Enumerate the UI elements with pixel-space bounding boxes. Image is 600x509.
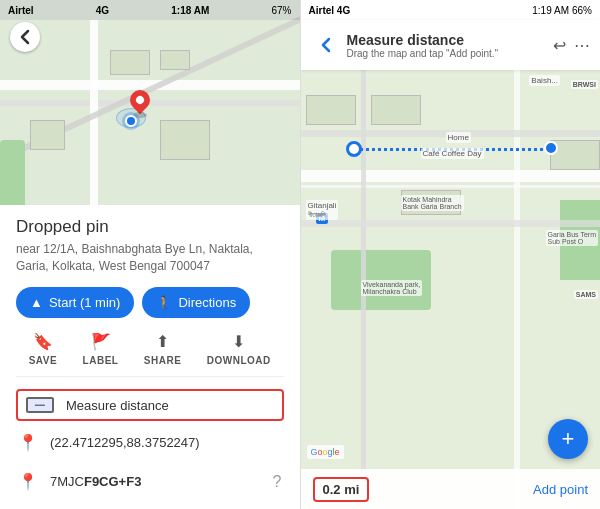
pluscode-text: 7MJCF9CG+F3 [50, 474, 141, 489]
dropped-pin-title: Dropped pin [16, 217, 284, 237]
measure-title: Measure distance [347, 32, 554, 48]
left-panel: Airtel 4G 1:18 AM 67% [0, 0, 300, 509]
status-bar-right: Airtel 4G 1:19 AM 66% [301, 0, 601, 20]
time-left: 1:18 AM [171, 5, 209, 16]
sams-label: SAMS [574, 290, 598, 299]
top-bar-right: Measure distance Drag the map and tap "A… [301, 20, 601, 70]
coordinates-item[interactable]: 📍 (22.4712295,88.3752247) [16, 423, 284, 462]
battery-left: 67% [271, 5, 291, 16]
bank-label: Kotak MahindraBank Garia Branch [401, 195, 464, 211]
add-point-button[interactable]: Add point [533, 482, 588, 497]
blue-dot-inner [125, 115, 137, 127]
pluscode-prefix: 7MJC [50, 474, 84, 489]
back-button-right[interactable] [311, 30, 341, 60]
flag-icon: 🚩 [91, 332, 111, 351]
blue-location-dot [125, 115, 139, 129]
network-right: 4G [337, 5, 350, 16]
measure-subtitle: Drag the map and tap "Add point." [347, 48, 554, 59]
pin-shape [130, 90, 150, 114]
bldg-2 [306, 95, 356, 125]
start-button[interactable]: ▲ Start (1 min) [16, 287, 134, 318]
coordinates-text: (22.4712295,88.3752247) [50, 435, 200, 450]
status-bar-left: Airtel 4G 1:18 AM 67% [0, 0, 300, 20]
start-label: Start (1 min) [49, 295, 121, 310]
bus-label: Garia Bus TermSub Post O [546, 230, 599, 246]
download-action[interactable]: ⬇ DOWNLOAD [207, 332, 271, 366]
share-icon: ⬆ [156, 332, 169, 351]
distance-badge: 0.2 mi [313, 477, 370, 502]
location-icon-coords: 📍 [18, 433, 38, 452]
pin-dot [134, 94, 145, 105]
pluscode-suffix: F9CG+F3 [84, 474, 141, 489]
location-icon-code: 📍 [18, 472, 38, 491]
road-line [301, 185, 601, 188]
right-panel: Airtel 4G 1:19 AM 66% Measure distance D… [301, 0, 601, 509]
home-label: Home [446, 132, 471, 143]
ruler-icon: ━━ [26, 397, 54, 413]
horiz-road-3 [301, 220, 601, 227]
menu-items: ━━ Measure distance 📍 (22.4712295,88.375… [16, 389, 284, 501]
gitanjali-label: Gitanjaliগীতাঞ্জলি [306, 200, 339, 220]
battery-right: 66% [572, 5, 592, 16]
back-button-left[interactable] [10, 22, 40, 52]
save-label: SAVE [29, 355, 58, 366]
top-bar-content: Measure distance Drag the map and tap "A… [341, 32, 554, 59]
time-right: 1:19 AM [532, 5, 569, 16]
car-icon: ▲ [30, 295, 43, 310]
undo-icon[interactable]: ↩ [553, 36, 566, 55]
park-1 [0, 140, 25, 205]
measure-distance-label: Measure distance [66, 398, 169, 413]
building-1 [110, 50, 150, 75]
start-point [346, 141, 362, 157]
bookmark-icon: 🔖 [33, 332, 53, 351]
share-action[interactable]: ⬆ SHARE [144, 332, 182, 366]
park-label: Vivekananda park,Milanchakra Club [361, 280, 423, 296]
carrier-left: Airtel [8, 5, 34, 16]
bottom-bar-right: 0.2 mi Add point [301, 469, 601, 509]
cafe-label: Café Coffee Day [421, 148, 484, 159]
directions-button[interactable]: 🚶 Directions [142, 287, 250, 318]
download-label: DOWNLOAD [207, 355, 271, 366]
bldg-1 [371, 95, 421, 125]
download-icon: ⬇ [232, 332, 245, 351]
building-4 [160, 120, 210, 160]
google-logo: Google [307, 445, 344, 459]
pluscode-item[interactable]: 📍 7MJCF9CG+F3 ? [16, 462, 284, 501]
save-action[interactable]: 🔖 SAVE [29, 332, 58, 366]
info-panel: Dropped pin near 12/1A, Baishnabghata By… [0, 205, 300, 509]
building-2 [160, 50, 190, 70]
time-battery-right: 1:19 AM 66% [532, 5, 592, 16]
measure-distance-item[interactable]: ━━ Measure distance [16, 389, 284, 421]
carrier-network-right: Airtel 4G [309, 5, 351, 16]
dropped-pin-address: near 12/1A, Baishnabghata Bye Ln, Naktal… [16, 241, 284, 275]
directions-label: Directions [178, 295, 236, 310]
help-icon[interactable]: ? [273, 473, 282, 491]
label-label: LABEL [83, 355, 119, 366]
network-left: 4G [96, 5, 109, 16]
building-3 [30, 120, 65, 150]
bottom-actions-bar: 🔖 SAVE 🚩 LABEL ⬆ SHARE ⬇ DOWNLOAD [16, 332, 284, 377]
share-label: SHARE [144, 355, 182, 366]
fab-add-button[interactable]: + [548, 419, 588, 459]
brwsi-label: BRWSI [571, 80, 598, 89]
map-pin [130, 90, 150, 114]
carrier-right: Airtel [309, 5, 335, 16]
more-icon[interactable]: ⋯ [574, 36, 590, 55]
walk-icon: 🚶 [156, 295, 172, 310]
label-action[interactable]: 🚩 LABEL [83, 332, 119, 366]
top-bar-icons: ↩ ⋯ [553, 36, 590, 55]
map-left[interactable]: Airtel 4G 1:18 AM 67% [0, 0, 300, 205]
map-right[interactable]: M Gitanjaliগীতাঞ্জলি Home Café Coffee Da… [301, 70, 601, 509]
end-point [544, 141, 558, 155]
main-road [301, 170, 601, 182]
baishnab-label: Baish... [529, 75, 560, 86]
action-buttons: ▲ Start (1 min) 🚶 Directions [16, 287, 284, 318]
pin-circle [126, 86, 154, 114]
